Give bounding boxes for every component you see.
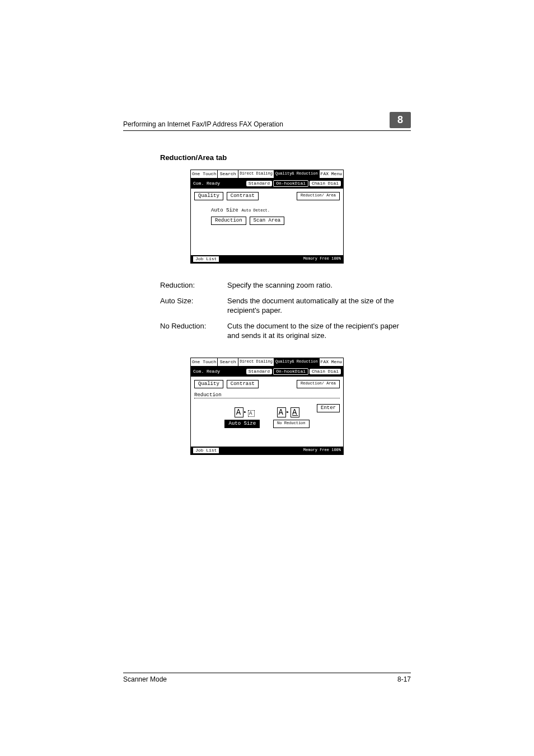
- status-text: Com. Ready: [193, 369, 220, 374]
- auto-detect-label: Auto Detect.: [242, 209, 270, 213]
- def-desc: Cuts the document to the size of the rec…: [227, 321, 411, 341]
- def-row: No Reduction: Cuts the document to the s…: [160, 321, 411, 341]
- scan-area-button[interactable]: Scan Area: [250, 217, 285, 225]
- tab-fax-menu[interactable]: FAX Menu: [320, 170, 343, 178]
- def-row: Reduction: Specify the scanning zoom rat…: [160, 280, 411, 290]
- page-footer: Scanner Mode 8-17: [123, 673, 411, 683]
- subtab-quality[interactable]: Quality: [194, 192, 223, 200]
- footer-right: 8-17: [397, 675, 411, 683]
- subtab-reduction-area[interactable]: Reduction/ Area: [297, 192, 340, 200]
- screen-footer: Job List Memory Free 100%: [191, 447, 343, 454]
- status-text: Com. Ready: [193, 181, 220, 186]
- tab-direct-dialing[interactable]: Direct Dialing: [238, 358, 274, 366]
- def-term: No Reduction:: [160, 321, 227, 341]
- reduction-button[interactable]: Reduction: [211, 217, 246, 225]
- section-heading: Reduction/Area tab: [160, 153, 411, 162]
- auto-size-label: Auto Size: [211, 208, 238, 213]
- sub-tabs: Quality Contrast Reduction/ Area: [191, 377, 343, 392]
- top-tabs: One Touch Search Direct Dialing Quality&…: [191, 170, 343, 179]
- tab-quality-reduction[interactable]: Quality& Reduction: [274, 170, 320, 178]
- tab-search[interactable]: Search: [218, 358, 238, 366]
- footer-left: Scanner Mode: [123, 675, 167, 683]
- pill-onhook[interactable]: On-hookDial: [273, 180, 308, 187]
- definitions: Reduction: Specify the scanning zoom rat…: [160, 280, 411, 341]
- sub-tabs: Quality Contrast Reduction/ Area: [191, 189, 343, 204]
- subtab-contrast[interactable]: Contrast: [227, 380, 259, 388]
- screen-body: Auto Size Auto Detect. Reduction Scan Ar…: [191, 204, 343, 255]
- subtab-reduction-area[interactable]: Reduction/ Area: [297, 380, 340, 388]
- def-row: Auto Size: Sends the document automatica…: [160, 296, 411, 316]
- def-desc: Specify the scanning zoom ratio.: [227, 280, 411, 290]
- screen-footer: Job List Memory Free 100%: [191, 255, 343, 263]
- auto-size-icon: A▸A: [235, 408, 255, 416]
- tab-quality-reduction[interactable]: Quality& Reduction: [274, 358, 320, 366]
- enter-button[interactable]: Enter: [317, 404, 340, 412]
- no-reduction-button[interactable]: No Reduction: [273, 420, 309, 428]
- device-screen-1: One Touch Search Direct Dialing Quality&…: [190, 170, 344, 264]
- memory-free: Memory Free 100%: [303, 257, 341, 261]
- pill-chain-dial[interactable]: Chain Dial: [310, 181, 341, 186]
- page-header: Performing an Internet Fax/IP Address FA…: [123, 112, 411, 131]
- auto-size-button[interactable]: Auto Size: [224, 420, 260, 428]
- def-desc: Sends the document automatically at the …: [227, 296, 411, 316]
- pill-onhook[interactable]: On-hookDial: [273, 368, 308, 375]
- pill-standard: Standard: [246, 181, 272, 186]
- status-bar: Com. Ready Standard On-hookDial Chain Di…: [191, 367, 343, 377]
- status-bar: Com. Ready Standard On-hookDial Chain Di…: [191, 179, 343, 189]
- memory-free: Memory Free 100%: [303, 448, 341, 453]
- reduction-heading: Reduction: [191, 392, 343, 398]
- pill-standard: Standard: [246, 369, 272, 374]
- tab-fax-menu[interactable]: FAX Menu: [320, 358, 343, 366]
- screen-body: Enter A▸A A▸A Auto Size No Reduction: [191, 401, 343, 447]
- subtab-quality[interactable]: Quality: [194, 380, 223, 388]
- job-list-button[interactable]: Job List: [193, 256, 219, 262]
- header-title: Performing an Internet Fax/IP Address FA…: [123, 120, 283, 128]
- pill-chain-dial[interactable]: Chain Dial: [310, 369, 341, 374]
- tab-search[interactable]: Search: [218, 170, 238, 178]
- tab-one-touch[interactable]: One Touch: [191, 358, 218, 366]
- chapter-number: 8: [390, 112, 411, 128]
- tab-direct-dialing[interactable]: Direct Dialing: [238, 170, 274, 178]
- top-tabs: One Touch Search Direct Dialing Quality&…: [191, 358, 343, 367]
- tab-one-touch[interactable]: One Touch: [191, 170, 218, 178]
- def-term: Reduction:: [160, 280, 227, 290]
- def-term: Auto Size:: [160, 296, 227, 316]
- device-screen-2: One Touch Search Direct Dialing Quality&…: [190, 358, 344, 455]
- subtab-contrast[interactable]: Contrast: [227, 192, 259, 200]
- no-reduction-icon: A▸A: [277, 408, 300, 416]
- job-list-button[interactable]: Job List: [193, 448, 219, 453]
